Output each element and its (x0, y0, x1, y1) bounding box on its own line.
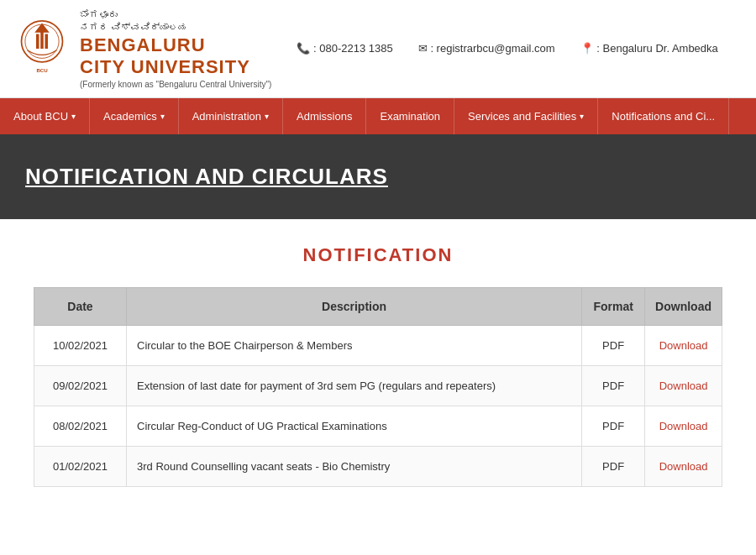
nav-examination-label: Examination (380, 110, 440, 123)
cell-description: 3rd Round Counselling vacant seats - Bio… (127, 446, 582, 486)
table-row: 10/02/2021Circular to the BOE Chairperso… (34, 325, 722, 365)
download-link[interactable]: Download (659, 460, 708, 473)
email-label: ✉ : registrarbcu@gmail.com (418, 42, 555, 55)
site-header: BCU ಬೆಂಗಳೂರು ನಗರ ವಿಶ್ವವಿದ್ಯಾಲಯ BENGALURU… (0, 0, 756, 98)
nav-notifications[interactable]: Notifications and Ci... (598, 98, 729, 134)
download-link[interactable]: Download (659, 380, 708, 392)
cell-description: Circular Reg-Conduct of UG Practical Exa… (127, 406, 582, 446)
cell-date: 08/02/2021 (34, 406, 127, 446)
main-content: NOTIFICATION Date Description Format Dow… (0, 219, 756, 512)
contact-info: 📞 : 080-2213 1385 ✉ : registrarbcu@gmail… (271, 42, 743, 55)
university-name-area: ಬೆಂಗಳೂರು ನಗರ ವಿಶ್ವವಿದ್ಯಾಲಯ BENGALURU CIT… (80, 8, 271, 89)
cell-format: PDF (582, 325, 645, 365)
logo-area: BCU ಬೆಂಗಳೂರು ನಗರ ವಿಶ್ವವಿದ್ಯಾಲಯ BENGALURU… (13, 8, 271, 89)
phone-label: 📞 : 080-2213 1385 (297, 42, 392, 55)
cell-date: 01/02/2021 (34, 446, 127, 486)
cell-format: PDF (582, 365, 645, 406)
nav-academics-arrow: ▾ (160, 112, 165, 121)
cell-download: Download (645, 365, 722, 406)
nav-administration-arrow: ▾ (265, 112, 269, 121)
svg-rect-2 (36, 34, 39, 49)
university-name-line1: BENGALURU (80, 34, 271, 56)
location-label: 📍 : Bengaluru Dr. Ambedka (580, 42, 718, 55)
kannada-text: ಬೆಂಗಳೂರು (80, 8, 271, 21)
svg-marker-5 (34, 23, 50, 32)
nav-about-bcu-arrow: ▾ (71, 112, 76, 121)
university-logo: BCU (13, 19, 71, 78)
table-row: 08/02/2021Circular Reg-Conduct of UG Pra… (34, 406, 722, 446)
cell-download: Download (645, 325, 722, 365)
cell-format: PDF (582, 446, 645, 486)
cell-download: Download (645, 406, 722, 446)
download-link[interactable]: Download (659, 420, 708, 432)
table-header-row: Date Description Format Download (34, 287, 722, 325)
university-name-line2: CITY UNIVERSITY (80, 56, 271, 78)
kannada-text2: ನಗರ ವಿಶ್ವವಿದ್ಯಾಲಯ (80, 21, 271, 34)
main-navigation: About BCU ▾ Academics ▾ Administration ▾… (0, 98, 756, 134)
cell-date: 10/02/2021 (34, 325, 127, 365)
cell-download: Download (645, 446, 722, 486)
location-info: 📍 : Bengaluru Dr. Ambedka (580, 42, 718, 55)
svg-text:BCU: BCU (36, 67, 48, 73)
nav-about-bcu[interactable]: About BCU ▾ (0, 98, 90, 134)
nav-administration-label: Administration (192, 110, 261, 123)
nav-notifications-label: Notifications and Ci... (612, 110, 715, 123)
cell-description: Extension of last date for payment of 3r… (127, 365, 582, 406)
nav-admissions[interactable]: Admissions (283, 98, 366, 134)
nav-academics-label: Academics (103, 110, 157, 123)
nav-examination[interactable]: Examination (366, 98, 454, 134)
nav-admissions-label: Admissions (297, 110, 352, 123)
col-format: Format (582, 287, 645, 325)
email-info: ✉ : registrarbcu@gmail.com (418, 42, 555, 55)
cell-format: PDF (582, 406, 645, 446)
notification-table: Date Description Format Download 10/02/2… (34, 287, 722, 487)
nav-services[interactable]: Services and Facilities ▾ (454, 98, 598, 134)
table-row: 01/02/20213rd Round Counselling vacant s… (34, 446, 722, 486)
table-row: 09/02/2021Extension of last date for pay… (34, 365, 722, 406)
cell-date: 09/02/2021 (34, 365, 127, 406)
nav-services-label: Services and Facilities (468, 110, 576, 123)
nav-about-bcu-label: About BCU (13, 110, 68, 123)
section-title: NOTIFICATION (34, 244, 722, 266)
svg-rect-4 (45, 34, 49, 49)
hero-banner: NOTIFICATION AND CIRCULARS (0, 134, 756, 219)
svg-rect-3 (40, 30, 44, 49)
col-date: Date (34, 287, 127, 325)
cell-description: Circular to the BOE Chairperson & Member… (127, 325, 582, 365)
col-description: Description (127, 287, 582, 325)
hero-title: NOTIFICATION AND CIRCULARS (25, 164, 731, 190)
col-download: Download (645, 287, 722, 325)
phone-info: 📞 : 080-2213 1385 (297, 42, 392, 55)
nav-administration[interactable]: Administration ▾ (179, 98, 283, 134)
nav-services-arrow: ▾ (580, 112, 584, 121)
download-link[interactable]: Download (659, 339, 708, 352)
formerly-text: (Formerly known as "Bengaluru Central Un… (80, 80, 271, 89)
nav-academics[interactable]: Academics ▾ (90, 98, 179, 134)
